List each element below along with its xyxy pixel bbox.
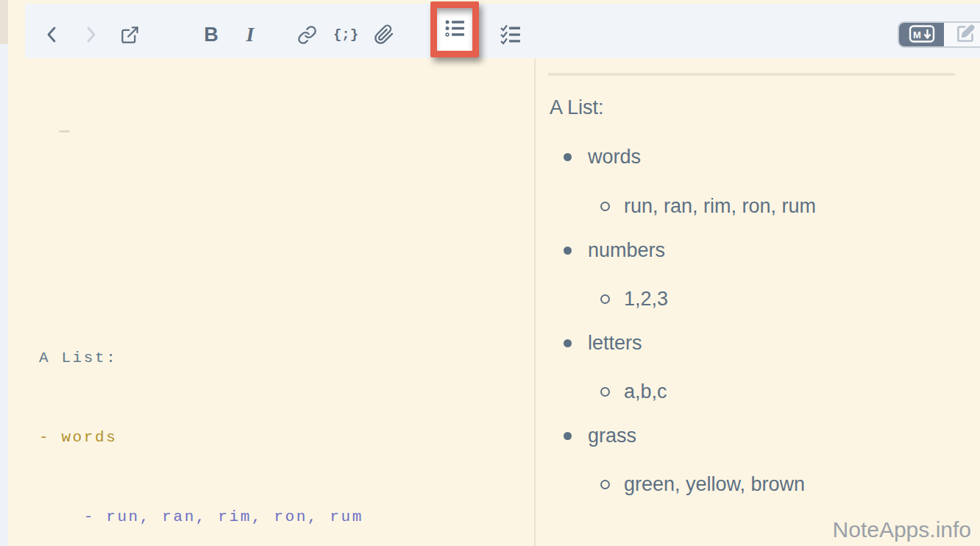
edit-icon <box>956 24 976 46</box>
code-icon: {;} <box>333 26 358 43</box>
bullet-dot-icon <box>564 153 572 161</box>
list-item: run, ran, rim, ron, rum <box>600 194 816 219</box>
forward-button[interactable] <box>76 20 105 49</box>
list-item: grass <box>564 423 636 448</box>
watermark: NoteApps.info <box>833 517 971 542</box>
markdown-editor[interactable]: A List: - words - run, ran, rim, ron, ru… <box>8 58 534 546</box>
italic-button[interactable]: I <box>235 20 265 49</box>
list-item-text: letters <box>588 332 642 355</box>
edit-mode-button[interactable] <box>944 23 980 46</box>
editor-text: A List: - words - run, ran, rim, ron, ru… <box>39 292 363 546</box>
bold-button[interactable]: B <box>196 20 226 49</box>
desktop-edge-strip-bottom <box>0 44 8 546</box>
bullet-dot-icon <box>564 432 572 440</box>
mode-toggle: M <box>898 21 980 48</box>
link-button[interactable] <box>292 20 322 49</box>
list-item-text: words <box>588 146 641 169</box>
markdown-icon: M <box>909 24 935 46</box>
preview-heading: A List: <box>550 96 604 119</box>
list-item-text: green, yellow, brown <box>624 473 805 496</box>
open-external-button[interactable] <box>115 20 144 49</box>
svg-text:M: M <box>913 29 921 40</box>
bullet-circle-icon <box>600 294 610 304</box>
italic-icon: I <box>246 23 255 46</box>
list-item: letters <box>564 330 642 355</box>
checklist-icon <box>500 24 522 45</box>
bullet-dot-icon <box>564 247 572 255</box>
list-item: a,b,c <box>600 379 667 404</box>
horizontal-rule <box>548 73 955 76</box>
bullet-dot-icon <box>564 339 572 347</box>
chevron-right-icon <box>81 25 100 44</box>
paperclip-icon <box>374 24 394 45</box>
markdown-mode-button[interactable]: M <box>899 23 944 46</box>
bold-icon: B <box>204 24 219 46</box>
desktop-edge-strip-top <box>0 0 8 44</box>
chevron-left-icon <box>43 25 62 44</box>
link-icon <box>297 25 317 45</box>
editor-line: - words <box>39 425 363 451</box>
toolbar: B I {;} 1 2 3 <box>25 4 980 58</box>
external-link-icon <box>120 25 140 45</box>
bullet-circle-icon <box>600 202 610 211</box>
checklist-button[interactable] <box>497 20 526 49</box>
attachment-button[interactable] <box>369 20 399 49</box>
editor-line: - run, ran, rim, ron, rum <box>39 504 363 531</box>
code-button[interactable]: {;} <box>331 20 361 49</box>
list-item: numbers <box>564 238 665 263</box>
scrolled-text-remnant <box>59 130 70 132</box>
preview-pane: A List: words run, ran, rim, ron, rum nu… <box>536 58 980 546</box>
list-item-text: grass <box>588 425 636 447</box>
list-item: 1,2,3 <box>600 286 668 311</box>
list-item: green, yellow, brown <box>600 472 805 497</box>
list-item-text: numbers <box>588 239 665 262</box>
annotation-highlight-box <box>430 1 479 57</box>
back-button[interactable] <box>38 20 67 49</box>
app-window: B I {;} 1 2 3 <box>0 0 980 546</box>
bullet-list-icon[interactable] <box>444 18 466 42</box>
editor-line: A List: <box>39 345 363 372</box>
bullet-circle-icon <box>600 387 610 397</box>
list-item: words <box>564 144 641 169</box>
list-item-text: run, ran, rim, ron, rum <box>624 195 816 218</box>
list-item-text: a,b,c <box>624 380 667 403</box>
bullet-circle-icon <box>600 480 610 489</box>
list-item-text: 1,2,3 <box>624 288 668 311</box>
